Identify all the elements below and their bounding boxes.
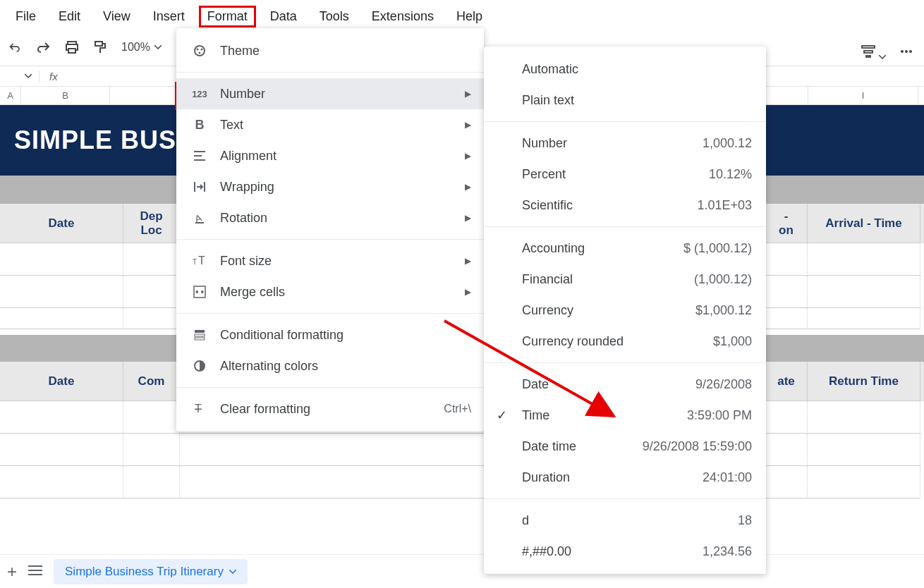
svg-text:T: T xyxy=(198,255,205,267)
th-date[interactable]: Date xyxy=(0,204,123,243)
th-com[interactable]: Com xyxy=(123,362,180,401)
filter-icon[interactable] xyxy=(861,44,886,62)
number-submenu: AutomaticPlain textNumber1,000.12Percent… xyxy=(484,47,766,574)
submenu-label: Time xyxy=(522,408,549,423)
menu-clear[interactable]: T Clear formatting Ctrl+\ xyxy=(176,393,484,424)
submenu-example: 3:59:00 PM xyxy=(687,408,752,423)
svg-point-8 xyxy=(905,50,908,53)
th-date2[interactable]: Date xyxy=(0,362,123,401)
svg-rect-23 xyxy=(195,330,205,333)
menu-rotation[interactable]: A Rotation ▶ xyxy=(176,202,484,233)
menu-wrapping[interactable]: Wrapping ▶ xyxy=(176,171,484,202)
svg-point-7 xyxy=(901,50,904,53)
all-sheets-icon[interactable] xyxy=(28,565,42,579)
submenu-currency-rounded[interactable]: Currency rounded$1,000 xyxy=(484,326,766,357)
add-sheet-icon[interactable]: + xyxy=(7,562,17,582)
svg-rect-3 xyxy=(95,42,102,46)
submenu-percent[interactable]: Percent10.12% xyxy=(484,159,766,190)
submenu-automatic[interactable]: Automatic xyxy=(484,54,766,85)
submenu-accounting[interactable]: Accounting$ (1,000.12) xyxy=(484,233,766,264)
submenu-duration[interactable]: Duration24:01:00 xyxy=(484,462,766,493)
menu-file[interactable]: File xyxy=(7,6,44,27)
submenu-example: 18 xyxy=(738,513,752,528)
submenu-plain-text[interactable]: Plain text xyxy=(484,85,766,116)
svg-rect-2 xyxy=(68,49,75,53)
menu-help[interactable]: Help xyxy=(448,6,491,27)
submenu-example: 9/26/2008 15:59:00 xyxy=(643,439,752,454)
submenu-d[interactable]: d18 xyxy=(484,505,766,536)
submenu-time[interactable]: ✓Time3:59:00 PM xyxy=(484,400,766,431)
menu-conditional[interactable]: Conditional formatting xyxy=(176,319,484,350)
clear-icon: T xyxy=(189,403,210,415)
submenu-label: Scientific xyxy=(522,198,573,213)
th-ate[interactable]: ate xyxy=(765,362,808,401)
submenu-label: #,##0.00 xyxy=(522,544,571,559)
menu-data[interactable]: Data xyxy=(262,6,305,27)
menu-mergecells[interactable]: Merge cells ▶ xyxy=(176,276,484,307)
sheet-tabs-bar: + Simple Business Trip Itinerary xyxy=(0,554,924,588)
menu-alternating[interactable]: Alternating colors xyxy=(176,350,484,381)
submenu-date-time[interactable]: Date time9/26/2008 15:59:00 xyxy=(484,431,766,462)
menu-insert[interactable]: Insert xyxy=(145,6,193,27)
svg-rect-4 xyxy=(862,46,875,48)
wrapping-icon xyxy=(189,180,210,193)
toolbar-right xyxy=(861,44,913,62)
menu-text[interactable]: B Text ▶ xyxy=(176,109,484,140)
paint-format-icon[interactable] xyxy=(93,40,107,54)
submenu-label: Percent xyxy=(522,167,566,182)
submenu--0-00[interactable]: #,##0.001,234.56 xyxy=(484,536,766,567)
menu-fontsize[interactable]: TT Font size ▶ xyxy=(176,245,484,276)
submenu-currency[interactable]: Currency$1,000.12 xyxy=(484,295,766,326)
submenu-example: 1,000.12 xyxy=(703,136,752,151)
submenu-label: Currency xyxy=(522,303,573,318)
submenu-scientific[interactable]: Scientific1.01E+03 xyxy=(484,190,766,221)
redo-icon[interactable] xyxy=(37,40,51,54)
menu-theme[interactable]: Theme xyxy=(176,35,484,66)
col-a[interactable]: A xyxy=(0,87,21,104)
svg-point-13 xyxy=(199,52,201,54)
menu-format[interactable]: Format xyxy=(199,6,256,27)
submenu-financial[interactable]: Financial(1,000.12) xyxy=(484,264,766,295)
more-icon[interactable] xyxy=(900,45,913,61)
menu-tools[interactable]: Tools xyxy=(311,6,358,27)
submenu-label: Date xyxy=(522,377,549,392)
th-dep[interactable]: Dep Loc xyxy=(123,204,180,243)
svg-rect-24 xyxy=(195,334,205,336)
submenu-example: 9/26/2008 xyxy=(695,377,752,392)
th-on[interactable]: - on xyxy=(765,204,808,243)
sheet-tab[interactable]: Simple Business Trip Itinerary xyxy=(54,559,248,584)
submenu-example: $1,000 xyxy=(713,334,752,349)
undo-icon[interactable] xyxy=(8,40,23,54)
submenu-label: Number xyxy=(522,136,567,151)
submenu-label: Duration xyxy=(522,470,570,485)
menu-alignment[interactable]: Alignment ▶ xyxy=(176,140,484,171)
submenu-label: Automatic xyxy=(522,62,578,77)
submenu-example: $1,000.12 xyxy=(695,303,752,318)
rotation-icon: A xyxy=(189,212,210,224)
number-icon: 123 xyxy=(189,89,210,99)
fx-label: fx xyxy=(39,71,68,82)
menu-extensions[interactable]: Extensions xyxy=(363,6,442,27)
submenu-date[interactable]: Date9/26/2008 xyxy=(484,369,766,400)
print-icon[interactable] xyxy=(65,40,79,54)
fontsize-icon: TT xyxy=(189,255,210,267)
menu-edit[interactable]: Edit xyxy=(50,6,89,27)
submenu-number[interactable]: Number1,000.12 xyxy=(484,128,766,159)
submenu-label: Accounting xyxy=(522,241,585,256)
conditional-icon xyxy=(189,329,210,341)
svg-text:T: T xyxy=(193,258,197,266)
menu-number[interactable]: 123 Number ▶ xyxy=(176,78,484,109)
col-i[interactable]: I xyxy=(808,87,918,104)
name-box[interactable] xyxy=(0,74,39,78)
col-b[interactable]: B xyxy=(21,87,110,104)
svg-rect-25 xyxy=(195,338,205,340)
bold-icon: B xyxy=(189,118,210,133)
zoom-select[interactable]: 100% xyxy=(121,41,162,54)
svg-text:T: T xyxy=(195,403,202,415)
th-return[interactable]: Return Time xyxy=(808,362,920,401)
th-arrival[interactable]: Arrival - Time xyxy=(808,204,920,243)
svg-point-10 xyxy=(195,46,205,56)
submenu-example: (1,000.12) xyxy=(694,272,752,287)
merge-icon xyxy=(189,286,210,298)
menu-view[interactable]: View xyxy=(95,6,139,27)
